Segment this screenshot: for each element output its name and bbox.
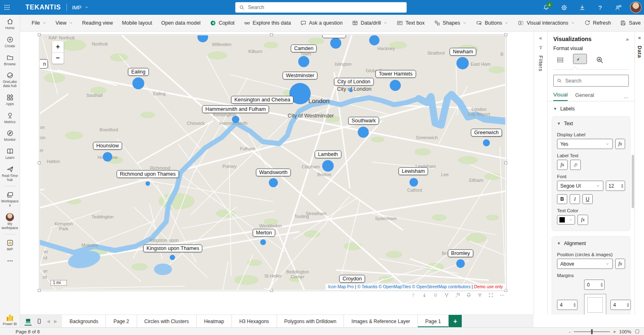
page-tab-page-1[interactable]: Page 1 xyxy=(418,315,449,328)
sidebar-item-item[interactable] xyxy=(0,254,20,267)
format-mode-button[interactable] xyxy=(573,54,587,64)
expand-data-icon[interactable]: « xyxy=(638,35,641,41)
data-bubble[interactable] xyxy=(369,35,380,46)
data-bubble-richmond-upon-thames[interactable] xyxy=(146,181,150,186)
tabs-more-button[interactable]: … xyxy=(623,94,629,99)
tab-general[interactable]: General xyxy=(575,92,594,101)
position-dropdown[interactable]: Above xyxy=(557,259,613,269)
toolbar-item-text-box[interactable]: Text box xyxy=(392,17,429,29)
data-bubble-tower-hamlets[interactable] xyxy=(390,80,401,91)
text-color-fx-button[interactable]: fx xyxy=(578,215,588,225)
toolbar-item-file[interactable]: File xyxy=(27,17,51,29)
prev-page-icon[interactable]: ◀ xyxy=(47,319,50,324)
font-family-dropdown[interactable]: Segoe UI xyxy=(557,181,603,191)
data-bubble-lambeth[interactable] xyxy=(322,160,334,172)
page-tab-backgrounds[interactable]: Backgrounds xyxy=(62,315,106,328)
desktop-view-button[interactable] xyxy=(25,317,32,326)
data-bubble-lewisham[interactable] xyxy=(410,178,418,187)
borough-label-kingston-upon-thames[interactable]: Kingston upon Thames xyxy=(143,245,202,252)
fit-to-page-icon[interactable] xyxy=(635,329,640,334)
page-tab-heatmap[interactable]: Heatmap xyxy=(197,315,232,328)
increment-icon[interactable] xyxy=(621,184,623,186)
map-zoom-out-button[interactable]: − xyxy=(52,53,64,64)
attribution-osm-link[interactable]: © OpenStreetMap contributors xyxy=(412,284,471,289)
fields-mode-button[interactable] xyxy=(553,54,567,66)
bellsm-icon[interactable] xyxy=(466,292,472,298)
data-pane-title[interactable]: Data xyxy=(637,46,643,58)
borough-label-kensington-and-chelsea[interactable]: Kensington and Chelsea xyxy=(231,96,293,104)
borough-label-newham[interactable]: Newham xyxy=(449,48,476,56)
map-zoom-in-button[interactable]: + xyxy=(52,41,64,53)
borough-label-bromley[interactable]: Bromley xyxy=(448,250,473,257)
attribution-product-link[interactable]: Icon Map Pro xyxy=(328,284,353,289)
italic-button[interactable]: I xyxy=(570,194,580,204)
sidebar-item-apps[interactable]: Apps xyxy=(0,91,20,109)
focus-icon[interactable] xyxy=(488,292,494,298)
sidebar-item-my-workspace[interactable]: My workspace xyxy=(0,210,20,233)
borough-label-tower-hamlets[interactable]: Tower Hamlets xyxy=(376,70,416,78)
toolbar-item-data-drill[interactable]: Data/drill xyxy=(347,17,392,29)
settings-button[interactable] xyxy=(558,1,570,14)
borough-label-city-of-london[interactable]: City of London xyxy=(334,78,374,86)
sidebar-item-workspaces[interactable]: Workspaces xyxy=(0,188,20,210)
label-text-clear-button[interactable] xyxy=(570,160,581,170)
dbldown-icon[interactable] xyxy=(433,292,438,298)
borough-label-lewisham[interactable]: Lewisham xyxy=(399,168,428,175)
sidebar-item-learn[interactable]: Learn xyxy=(0,145,20,163)
data-bubble-bromley[interactable] xyxy=(456,259,465,268)
decrement-icon[interactable] xyxy=(621,186,623,188)
borough-label-croydon[interactable]: Croydon xyxy=(339,275,365,283)
toolbar-item-explore-this-data[interactable]: Explore this data xyxy=(239,17,296,29)
label-text-fx-button[interactable]: fx xyxy=(557,160,568,170)
help-button[interactable]: ? xyxy=(594,1,606,14)
data-bubble-ealing[interactable] xyxy=(133,78,144,89)
data-bubble-kingston-upon-thames[interactable] xyxy=(170,255,175,260)
data-bubble-city-of-london[interactable] xyxy=(349,89,353,92)
expand-filters-icon[interactable]: « xyxy=(539,35,542,41)
map-visual[interactable]: + − n 1 mi Icon Map Pro | © Tekantis © O… xyxy=(40,35,505,290)
download-button[interactable] xyxy=(576,1,588,14)
pinsm-icon[interactable] xyxy=(455,292,461,298)
data-bubble-southwark[interactable] xyxy=(358,127,369,138)
sidebar-item-browse[interactable]: Browse xyxy=(0,51,20,69)
toolbar-item-open-data-model[interactable]: Open data model xyxy=(157,17,205,29)
toolbar-item-buttons[interactable]: Buttons xyxy=(471,17,513,29)
toolbar-item-view[interactable]: View xyxy=(51,17,78,29)
borough-label-camden[interactable]: Camden xyxy=(291,45,316,53)
zoom-slider[interactable] xyxy=(574,331,610,332)
margin-left-stepper[interactable]: 4 xyxy=(557,300,578,310)
mobile-view-button[interactable] xyxy=(36,318,43,325)
borough-label-merton[interactable]: Merton xyxy=(253,229,275,237)
arrow-down-icon[interactable] xyxy=(422,292,427,298)
toolbar-item-visual-interactions[interactable]: Visual interactions xyxy=(513,17,579,29)
filters-pane-title[interactable]: Filters xyxy=(538,55,544,71)
sidebar-item-home[interactable]: Home xyxy=(0,15,20,33)
borough-label-wandsworth[interactable]: Wandsworth xyxy=(256,169,291,177)
borough-label-hammersmith-and-fulham[interactable]: Hammersmith and Fulham xyxy=(202,106,269,113)
page-tab-images-reference-layer[interactable]: Images & Reference Layer xyxy=(344,315,418,328)
data-bubble-greenwich[interactable] xyxy=(483,140,490,147)
search-input[interactable] xyxy=(247,4,403,11)
sidebar-item-real-time-hub[interactable]: Real-Time hub xyxy=(0,163,20,185)
borough-label-hounslow[interactable]: Hounslow xyxy=(93,142,122,150)
format-search[interactable] xyxy=(553,75,629,87)
borough-label-richmond-upon-thames[interactable]: Richmond upon Thames xyxy=(117,170,179,178)
data-bubble-merton[interactable] xyxy=(260,239,266,245)
borough-label-ealing[interactable]: Ealing xyxy=(128,68,149,76)
borough-label-westminster[interactable]: Westminster xyxy=(282,72,317,80)
underline-button[interactable]: U xyxy=(582,194,593,204)
toolbar-item-refresh[interactable]: Refresh xyxy=(580,17,616,29)
add-page-button[interactable]: + xyxy=(449,315,462,328)
borough-label-greenwich[interactable]: Greenwich xyxy=(471,129,502,137)
toolbar-item-ask-a-question[interactable]: Ask a question xyxy=(296,17,347,29)
collapse-pane-icon[interactable]: » xyxy=(626,36,629,42)
zoom-slider-thumb[interactable] xyxy=(591,329,593,334)
tab-visual[interactable]: Visual xyxy=(553,92,568,101)
arrow-up-icon[interactable] xyxy=(410,292,416,298)
sidebar-item-create[interactable]: Create xyxy=(0,33,20,51)
page-tab-polygons-with-drilldown[interactable]: Polygons with Drilldown xyxy=(277,315,344,328)
sidebar-item-imp[interactable]: IMP xyxy=(0,236,20,254)
display-label-dropdown[interactable]: Yes xyxy=(557,139,613,149)
account-avatar[interactable] xyxy=(630,2,642,13)
drill-icon[interactable] xyxy=(444,292,449,298)
